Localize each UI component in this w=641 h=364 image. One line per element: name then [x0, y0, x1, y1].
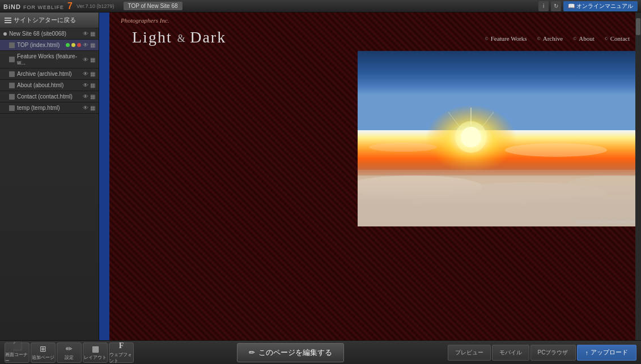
svg-point-11 [369, 143, 437, 152]
site-item: New Site 68 (site0068) 👁 ▦ [0, 28, 99, 40]
site-logo: Light & Dark [121, 26, 237, 51]
page-file-icon [9, 57, 15, 62]
svg-rect-3 [358, 170, 641, 226]
webfont-tool-button[interactable]: F ウェブフォント [109, 342, 134, 363]
website-preview: Photographers Inc. Light & Dark © Featur… [109, 12, 641, 340]
lock-icon[interactable]: ▦ [90, 93, 95, 100]
lock-icon[interactable]: ▦ [90, 71, 95, 77]
back-to-sitetheatre-button[interactable]: サイトシアターに戻る [0, 12, 99, 28]
edit-icon: ✏ [66, 344, 73, 353]
bottom-toolbar: ⬛ 画面コーナー ⊞ 追加ページ ✏ 設定 ▦ レイアウト F ウェブフォント … [0, 340, 641, 364]
layout-tool-button[interactable]: ▦ レイアウト [83, 342, 108, 363]
eye-icon[interactable]: 👁 [83, 71, 88, 77]
blue-accent-bar [99, 12, 109, 340]
page-item-about[interactable]: About (about.html) 👁 ▦ [0, 80, 99, 91]
add-page-icon: ⊞ [40, 344, 46, 353]
nav-link-feature-works[interactable]: © Feature Works [485, 35, 527, 42]
eye-icon[interactable]: 👁 [83, 57, 88, 63]
site-dot-icon [3, 32, 7, 36]
scroll-thumb[interactable] [636, 18, 640, 35]
page-item-temp[interactable]: temp (temp.html) 👁 ▦ [0, 102, 99, 114]
edit-page-button[interactable]: ✏ このページを編集する [237, 343, 344, 362]
menu-icon [5, 18, 11, 23]
upload-icon: ↑ [585, 349, 589, 356]
site-brand: Photographers Inc. [121, 17, 169, 24]
lock-icon[interactable]: ▦ [90, 105, 95, 111]
svg-point-6 [455, 121, 487, 153]
logo-ampersand: & [177, 33, 190, 44]
page-item-top[interactable]: TOP (index.html) 👁 ▦ [0, 40, 99, 51]
info-icon[interactable]: i [538, 1, 549, 11]
svg-point-13 [448, 182, 607, 203]
topbar: BiND FOR WEBLIFE 7 Ver.7.10 (b1279) TOP … [0, 0, 641, 12]
lock-icon[interactable]: ▦ [90, 82, 95, 88]
bottom-right-buttons: プレビュー モバイル PCブラウザ ↑ アップロード [448, 345, 636, 361]
page-item-archive[interactable]: Archive (archive.html) 👁 ▦ [0, 68, 99, 80]
app-version: Ver.7.10 (b1279) [77, 3, 114, 9]
right-scrollbar[interactable] [635, 12, 641, 340]
lock-icon[interactable]: ▦ [90, 31, 95, 37]
corner-tool-button[interactable]: ⬛ 画面コーナー [5, 342, 29, 363]
page-file-icon [9, 42, 15, 48]
preview-area: Photographers Inc. Light & Dark © Featur… [109, 12, 641, 340]
hero-credit: ©iStockphoto.com/Larysa Dodz [575, 219, 639, 224]
mobile-button[interactable]: モバイル [492, 345, 529, 361]
add-page-tool-button[interactable]: ⊞ 追加ページ [31, 342, 56, 363]
eye-icon[interactable]: 👁 [83, 82, 88, 88]
page-file-icon [9, 83, 15, 88]
lock-icon[interactable]: ▦ [90, 42, 95, 48]
font-icon: F [119, 341, 124, 350]
main-layout: サイトシアターに戻る New Site 68 (site0068) 👁 ▦ TO… [0, 12, 641, 340]
corner-tool-icon: ⬛ [12, 341, 22, 350]
bottom-left-tools: ⬛ 画面コーナー ⊞ 追加ページ ✏ 設定 ▦ レイアウト F ウェブフォント [5, 342, 134, 363]
eye-icon[interactable]: 👁 [83, 93, 88, 100]
topbar-left: BiND FOR WEBLIFE 7 Ver.7.10 (b1279) TOP … [3, 1, 182, 11]
green-status-dot [66, 43, 70, 47]
page-file-icon [9, 71, 15, 77]
sidebar: サイトシアターに戻る New Site 68 (site0068) 👁 ▦ TO… [0, 12, 99, 340]
page-tab[interactable]: TOP of New Site 68 [124, 2, 182, 10]
red-status-dot [77, 43, 81, 47]
page-item-contact[interactable]: Contact (contact.html) 👁 ▦ [0, 91, 99, 102]
svg-point-10 [505, 143, 607, 157]
lock-icon[interactable]: ▦ [90, 57, 95, 63]
site-nav-top: Photographers Inc. [109, 12, 641, 26]
layout-icon: ▦ [92, 344, 99, 353]
topbar-right: i ↻ 📖 オンラインマニュアル [538, 1, 638, 11]
upload-button[interactable]: ↑ アップロード [577, 345, 637, 361]
svg-point-15 [358, 193, 426, 209]
yellow-status-dot [71, 43, 75, 47]
app-title: BiND FOR WEBLIFE 7 [3, 1, 73, 11]
eye-icon[interactable]: 👁 [83, 105, 88, 111]
svg-point-16 [414, 195, 528, 213]
page-file-icon [9, 105, 15, 111]
page-item-feature-works[interactable]: Feature Works (feature-w... 👁 ▦ [0, 51, 99, 68]
nav-link-archive[interactable]: © Archive [537, 35, 563, 42]
edit-tool-button[interactable]: ✏ 設定 [57, 342, 82, 363]
svg-point-14 [567, 175, 641, 192]
svg-point-12 [358, 175, 482, 198]
eye-icon[interactable]: 👁 [83, 42, 88, 48]
svg-point-17 [528, 196, 641, 217]
nav-link-contact[interactable]: © Contact [605, 35, 630, 42]
online-manual-button[interactable]: 📖 オンラインマニュアル [563, 1, 638, 11]
refresh-icon[interactable]: ↻ [551, 1, 561, 11]
pc-browser-button[interactable]: PCブラウザ [530, 345, 576, 361]
site-header: Photographers Inc. Light & Dark © Featur… [109, 12, 641, 51]
edit-pencil-icon: ✏ [249, 348, 255, 357]
preview-button[interactable]: プレビュー [448, 345, 491, 361]
page-file-icon [9, 94, 15, 100]
eye-icon[interactable]: 👁 [83, 31, 88, 37]
hero-image: ©iStockphoto.com/Larysa Dodz [358, 51, 641, 226]
nav-link-about[interactable]: © About [573, 35, 595, 42]
site-nav-links: © Feature Works © Archive © About © [485, 35, 630, 42]
